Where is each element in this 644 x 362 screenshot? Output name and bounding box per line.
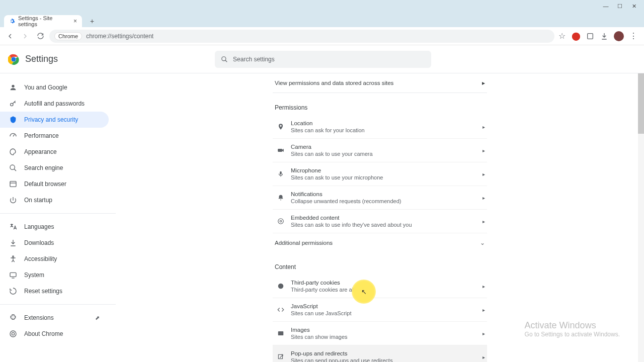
cookie-icon: [277, 282, 285, 290]
svg-rect-13: [280, 171, 282, 174]
sidebar-label: System: [24, 272, 44, 279]
key-icon: [9, 100, 17, 108]
reset-icon: [9, 287, 17, 295]
content-cookies[interactable]: Third-party cookiesThird-party cookies a…: [273, 275, 487, 298]
sidebar-item-system[interactable]: System: [0, 267, 109, 283]
chrome-logo-icon: [8, 54, 19, 65]
browser-icon: [9, 180, 17, 188]
external-link-icon: ⬈: [95, 315, 100, 321]
tab-close-icon[interactable]: ×: [73, 18, 77, 25]
profile-avatar[interactable]: [614, 31, 624, 41]
search-placeholder: Search settings: [233, 56, 275, 63]
content-sub: Third-party cookies are allowed: [291, 287, 482, 293]
search-settings-input[interactable]: Search settings: [215, 51, 431, 68]
sidebar-item-default-browser[interactable]: Default browser: [0, 176, 109, 192]
chevron-right-icon: ▸: [482, 307, 485, 313]
permission-title: Microphone: [291, 167, 482, 173]
svg-rect-18: [278, 354, 282, 358]
scrollbar-thumb[interactable]: [638, 73, 644, 134]
power-icon: [9, 196, 17, 204]
svg-point-16: [278, 284, 284, 289]
close-window-button[interactable]: ✕: [627, 2, 641, 10]
settings-main: View permissions and data stored across …: [116, 73, 644, 362]
minimize-button[interactable]: —: [599, 2, 613, 10]
browser-tab[interactable]: Settings - Site settings ×: [4, 15, 82, 27]
chevron-right-icon: ▸: [482, 219, 485, 224]
sidebar-item-appearance[interactable]: Appearance: [0, 144, 109, 160]
chevron-right-icon: ▸: [482, 79, 485, 86]
translate-icon: [9, 223, 17, 231]
permission-title: Embedded content: [291, 215, 482, 221]
sidebar-item-downloads[interactable]: Downloads: [0, 235, 109, 251]
chevron-right-icon: ▸: [482, 195, 485, 201]
content-title: Pop-ups and redirects: [291, 350, 482, 356]
sidebar-item-search-engine[interactable]: Search engine: [0, 160, 109, 176]
chevron-right-icon: ▸: [482, 284, 485, 289]
sidebar-label: Privacy and security: [24, 116, 78, 123]
sidebar-item-performance[interactable]: Performance: [0, 128, 109, 144]
sidebar-label: Default browser: [24, 180, 66, 188]
additional-permissions-expand[interactable]: Additional permissions ⌄: [273, 233, 487, 252]
speedometer-icon: [9, 132, 17, 140]
sidebar-item-reset[interactable]: Reset settings: [0, 283, 109, 299]
page-title: Settings: [25, 54, 58, 64]
forward-button[interactable]: [19, 30, 31, 42]
address-bar[interactable]: Chrome chrome://settings/content: [49, 30, 554, 43]
url-text: chrome://settings/content: [86, 33, 153, 40]
chevron-down-icon: ⌄: [480, 239, 485, 246]
sidebar-item-autofill[interactable]: Autofill and passwords: [0, 96, 109, 112]
content-sub: Sites can show images: [291, 334, 482, 340]
permission-title: Camera: [291, 144, 482, 150]
permission-title: Notifications: [291, 191, 482, 197]
download-icon: [9, 239, 17, 247]
sidebar-item-extensions[interactable]: Extensions⬈: [0, 310, 109, 326]
watermark-line1: Activate Windows: [525, 320, 620, 331]
content-javascript[interactable]: JavaScriptSites can use JavaScript ▸: [273, 298, 487, 322]
star-icon[interactable]: ☆: [557, 32, 567, 41]
url-chip: Chrome: [54, 32, 82, 40]
sidebar-item-accessibility[interactable]: Accessibility: [0, 251, 109, 267]
new-tab-button[interactable]: +: [86, 15, 98, 27]
svg-point-3: [222, 56, 226, 60]
content-images[interactable]: ImagesSites can show images ▸: [273, 322, 487, 345]
permission-embedded[interactable]: Embedded contentSites can ask to use inf…: [273, 210, 487, 233]
sidebar-label: Appearance: [24, 148, 57, 155]
sidebar-item-privacy[interactable]: Privacy and security: [0, 112, 109, 128]
menu-icon[interactable]: ⋮: [629, 32, 638, 41]
paint-icon: [9, 148, 17, 156]
sidebar-item-about[interactable]: About Chrome: [0, 326, 109, 342]
maximize-button[interactable]: ☐: [613, 2, 627, 10]
svg-point-10: [10, 331, 16, 337]
chrome-icon: [9, 330, 17, 338]
permission-sub: Sites can ask for your location: [291, 127, 482, 133]
content-popups[interactable]: Pop-ups and redirectsSites can send pop-…: [273, 345, 487, 362]
tab-title: Settings - Site settings: [18, 15, 70, 27]
extensions-icon[interactable]: [586, 32, 595, 41]
sidebar-label: Search engine: [24, 164, 63, 171]
location-icon: [277, 123, 285, 131]
permission-camera[interactable]: CameraSites can ask to use your camera ▸: [273, 139, 487, 162]
scrollbar[interactable]: [638, 73, 644, 362]
permission-notifications[interactable]: NotificationsCollapse unwanted requests …: [273, 186, 487, 210]
view-permissions-link[interactable]: View permissions and data stored across …: [273, 73, 487, 93]
back-button[interactable]: [4, 30, 16, 42]
sidebar-item-languages[interactable]: Languages: [0, 219, 109, 235]
sidebar-label: About Chrome: [24, 330, 63, 337]
reload-button[interactable]: [34, 30, 46, 42]
permission-location[interactable]: LocationSites can ask for your location …: [273, 115, 487, 139]
svg-rect-17: [278, 331, 284, 335]
permission-sub: Sites can ask to use info they've saved …: [291, 222, 482, 228]
chevron-right-icon: ▸: [482, 171, 485, 177]
permission-title: Location: [291, 120, 482, 126]
downloads-icon[interactable]: [600, 32, 609, 41]
sidebar-label: On startup: [24, 197, 52, 204]
sidebar-item-you-and-google[interactable]: You and Google: [0, 79, 109, 96]
microphone-icon: [277, 170, 285, 178]
svg-rect-0: [588, 33, 593, 39]
permission-microphone[interactable]: MicrophoneSites can ask to use your micr…: [273, 162, 487, 186]
settings-header: Settings Search settings: [0, 45, 644, 73]
shield-icon[interactable]: ⬤: [572, 32, 581, 41]
svg-point-2: [11, 57, 16, 61]
tab-strip: Settings - Site settings × +: [0, 12, 644, 27]
sidebar-item-on-startup[interactable]: On startup: [0, 192, 109, 208]
